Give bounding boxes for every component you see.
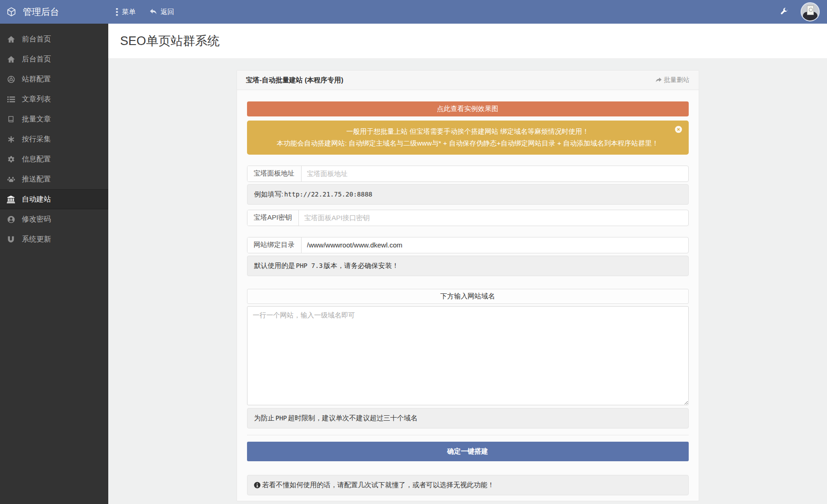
domains-textarea[interactable] — [247, 306, 689, 405]
magnet-icon — [7, 236, 15, 243]
hint-suffix: 超时限制，建议单次不建议超过三十个域名 — [288, 414, 418, 423]
panel-url-label: 宝塔面板地址 — [247, 166, 302, 181]
chrome-icon — [7, 76, 15, 83]
sidebar-item-label: 按行采集 — [22, 135, 51, 144]
sidebar-item-system-update[interactable]: 系统更新 — [0, 229, 108, 249]
sidebar-item-info-config[interactable]: 信息配置 — [0, 149, 108, 169]
panel-url-group: 宝塔面板地址 — [247, 166, 689, 182]
brand[interactable]: 管理后台 — [0, 6, 108, 18]
sidebar-item-push-config[interactable]: 推送配置 — [0, 169, 108, 189]
sidebar-item-article-list[interactable]: 文章列表 — [0, 89, 108, 109]
sidebar-item-label: 信息配置 — [22, 155, 51, 164]
alert-line-1: 一般用于想批量上站 但宝塔需要手动挨个搭建网站 绑定域名等麻烦情况时使用！ — [274, 126, 661, 137]
panel-url-input[interactable] — [302, 166, 688, 181]
divider — [247, 435, 689, 435]
bind-dir-group: 网站绑定目录 — [247, 237, 689, 253]
baota-panel: 宝塔-自动批量建站 (本程序专用) 批量删站 点此查看实例效果图 — [237, 70, 699, 501]
home-icon — [7, 55, 15, 63]
close-icon[interactable] — [675, 126, 682, 133]
back-button[interactable]: 返回 — [149, 8, 174, 16]
panel-header: 宝塔-自动批量建站 (本程序专用) 批量删站 — [237, 71, 699, 90]
hint-prefix: 为防止 — [254, 414, 275, 423]
url-example-hint: 例如填写: http://22.21.75.20:8888 — [247, 184, 689, 205]
topbar-right — [780, 2, 827, 21]
hint-suffix: 版本，请务必确保安装！ — [324, 262, 399, 270]
api-key-label: 宝塔API密钥 — [247, 210, 299, 226]
alert-line-2: 本功能会自动搭建网站: 自动绑定主域名与二级www与* + 自动保存伪静态+自动… — [274, 137, 661, 149]
brand-title: 管理后台 — [23, 6, 59, 18]
sidebar-item-auto-build[interactable]: 自动建站 — [0, 189, 108, 209]
list-icon — [7, 96, 15, 103]
paw-icon — [7, 176, 15, 183]
reply-arrow-icon — [149, 8, 157, 15]
panel-title: 宝塔-自动批量建站 (本程序专用) — [246, 76, 343, 85]
panel-body: 点此查看实例效果图 一般用于想批量上站 但宝塔需要手动挨个搭建网站 绑定域名等麻… — [237, 90, 699, 501]
book-icon — [7, 116, 15, 123]
sidebar-item-sitegroup-config[interactable]: 站群配置 — [0, 69, 108, 89]
domains-header: 下方输入网站域名 — [247, 289, 689, 304]
domain-limit-hint: 为防止 PHP 超时限制，建议单次不建议超过三十个域名 — [247, 408, 689, 428]
sidebar-item-label: 修改密码 — [22, 215, 51, 224]
sidebar-item-label: 站群配置 — [22, 75, 51, 84]
topnav: 菜单 返回 — [116, 8, 174, 16]
sidebar-item-label: 批量文章 — [22, 115, 51, 124]
batch-delete-link[interactable]: 批量删站 — [655, 76, 690, 84]
usage-alert: 一般用于想批量上站 但宝塔需要手动挨个搭建网站 绑定域名等麻烦情况时使用！ 本功… — [247, 121, 689, 155]
sidebar-item-front-home[interactable]: 前台首页 — [0, 29, 108, 49]
main-area: SEO单页站群系统 宝塔-自动批量建站 (本程序专用) 批量删站 点此查看实例效… — [108, 24, 827, 504]
sidebar: 前台首页 后台首页 站群配置 文章列表 — [0, 24, 108, 504]
avatar-card — [807, 5, 814, 15]
sidebar-item-batch-articles[interactable]: 批量文章 — [0, 109, 108, 129]
sidebar-item-label: 文章列表 — [22, 95, 51, 104]
hint-prefix: 默认使用的是 — [254, 262, 295, 270]
topbar: 管理后台 菜单 返回 — [0, 0, 827, 24]
hint-php: PHP 7.3 — [296, 262, 323, 269]
batch-delete-label: 批量删站 — [664, 76, 690, 84]
menu-button-label: 菜单 — [122, 8, 136, 16]
page-title: SEO单页站群系统 — [120, 33, 220, 49]
bind-dir-label: 网站绑定目录 — [247, 237, 302, 253]
sidebar-item-line-collect[interactable]: 按行采集 — [0, 129, 108, 149]
api-key-group: 宝塔API密钥 — [247, 210, 689, 226]
footer-note-text: 若看不懂如何使用的话，请配置几次试下就懂了，或者可以选择无视此功能！ — [262, 481, 494, 489]
sidebar-item-admin-home[interactable]: 后台首页 — [0, 49, 108, 69]
sidebar-item-label: 后台首页 — [22, 55, 51, 64]
content-area: 宝塔-自动批量建站 (本程序专用) 批量删站 点此查看实例效果图 — [108, 58, 827, 504]
user-circle-icon — [7, 216, 15, 223]
grip-icon — [116, 8, 119, 16]
info-icon — [254, 482, 261, 489]
api-key-input[interactable] — [299, 210, 688, 226]
php-version-hint: 默认使用的是 PHP 7.3 版本，请务必确保安装！ — [247, 256, 689, 276]
menu-button[interactable]: 菜单 — [116, 8, 136, 16]
footer-note: 若看不懂如何使用的话，请配置几次试下就懂了，或者可以选择无视此功能！ — [247, 475, 689, 495]
user-avatar[interactable] — [801, 2, 820, 21]
home-icon — [7, 35, 15, 43]
sidebar-item-label: 自动建站 — [22, 195, 51, 204]
hint-prefix: 例如填写: — [254, 190, 283, 199]
hint-url: http://22.21.75.20:8888 — [284, 191, 373, 198]
submit-build-button[interactable]: 确定一键搭建 — [247, 442, 689, 461]
bind-dir-input[interactable] — [302, 237, 688, 253]
sidebar-item-label: 前台首页 — [22, 35, 51, 44]
gear-icon — [7, 156, 15, 163]
wrench-icon[interactable] — [780, 8, 788, 16]
sidebar-item-label: 推送配置 — [22, 175, 51, 184]
page-header: SEO单页站群系统 — [108, 24, 827, 58]
asterisk-icon — [7, 136, 15, 143]
cube-logo-icon — [6, 6, 17, 17]
view-example-button[interactable]: 点此查看实例效果图 — [247, 101, 689, 116]
back-button-label: 返回 — [161, 8, 174, 16]
hint-php: PHP — [276, 414, 287, 422]
sidebar-item-label: 系统更新 — [22, 235, 51, 244]
share-arrow-icon — [655, 77, 662, 83]
bank-icon — [7, 195, 15, 203]
sidebar-item-change-password[interactable]: 修改密码 — [0, 209, 108, 229]
